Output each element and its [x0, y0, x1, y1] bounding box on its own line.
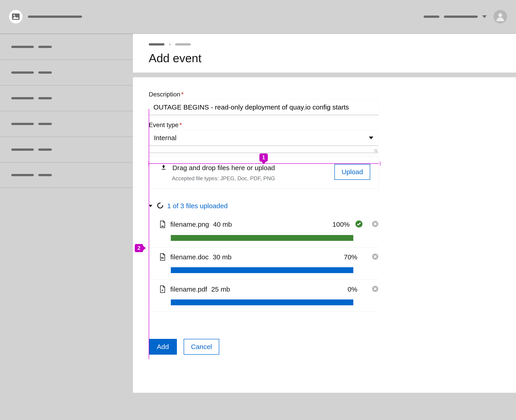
sidebar-item[interactable] — [0, 136, 133, 162]
description-input[interactable] — [149, 99, 379, 115]
annotation-tick — [380, 162, 380, 166]
event-type-select[interactable]: Internal — [149, 130, 379, 146]
file-size: 25 mb — [211, 285, 230, 293]
dropzone-subtext: Accepted file types: JPEG, Doc, PDF, PNG — [172, 175, 275, 182]
breadcrumb-item — [175, 43, 191, 45]
caret-down-icon — [482, 15, 487, 18]
progress-bar — [171, 300, 353, 305]
file-percent: 0% — [348, 285, 357, 293]
page-header: › Add event — [133, 34, 516, 73]
file-row: filename.png 40 mb 100% — [149, 214, 379, 248]
remove-file-button[interactable] — [372, 253, 379, 261]
svg-rect-0 — [12, 14, 20, 20]
breadcrumb: › — [149, 41, 500, 47]
topbar — [0, 0, 516, 34]
check-circle-icon — [355, 220, 363, 229]
progress-bar — [171, 267, 353, 273]
sidebar-item[interactable] — [0, 162, 133, 188]
file-pdf-icon: A — [159, 285, 166, 293]
svg-point-2 — [498, 13, 502, 17]
file-row: W filename.doc 30 mb 70% — [149, 248, 379, 280]
sidebar-item[interactable] — [0, 34, 133, 60]
user-avatar[interactable] — [494, 10, 507, 23]
sidebar-item[interactable] — [0, 60, 133, 85]
file-name: filename.pdf — [170, 285, 207, 293]
file-name: filename.png — [170, 221, 209, 228]
annotation-badge-2: 2 — [135, 244, 143, 252]
sidebar — [0, 34, 133, 420]
cancel-button[interactable]: Cancel — [184, 339, 219, 355]
annotation-line-2 — [149, 109, 149, 359]
page-title: Add event — [149, 51, 500, 65]
upload-status[interactable]: 1 of 3 files uploaded — [167, 202, 228, 210]
add-button[interactable]: Add — [149, 339, 177, 355]
description-label: Description* — [149, 91, 379, 98]
upload-button[interactable]: Upload — [334, 164, 370, 180]
sidebar-item[interactable] — [0, 111, 133, 136]
brand-placeholder — [28, 15, 82, 18]
event-type-label: Event type* — [149, 121, 379, 129]
sidebar-item[interactable] — [0, 85, 133, 111]
file-size: 30 mb — [213, 253, 232, 261]
chevron-down-icon[interactable] — [149, 205, 152, 207]
file-size: 40 mb — [213, 221, 232, 228]
remove-file-button[interactable] — [372, 285, 379, 293]
file-word-icon: W — [159, 253, 166, 261]
spinner-icon — [157, 202, 164, 210]
svg-point-1 — [14, 15, 15, 16]
breadcrumb-item[interactable] — [149, 43, 165, 45]
annotation-tick — [149, 162, 149, 166]
context-selector[interactable] — [424, 15, 487, 18]
remove-file-button[interactable] — [372, 221, 379, 228]
file-percent: 70% — [344, 253, 357, 261]
file-image-icon — [159, 221, 166, 228]
file-row: A filename.pdf 25 mb 0% — [149, 280, 379, 312]
file-percent: 100% — [332, 221, 350, 228]
svg-text:W: W — [161, 256, 164, 260]
annotation-badge-1: 1 — [259, 153, 268, 162]
caret-down-icon — [369, 136, 373, 139]
svg-text:A: A — [162, 289, 163, 292]
progress-bar — [171, 235, 353, 241]
file-name: filename.doc — [170, 253, 209, 261]
dropzone-text: Drag and drop files here or upload — [172, 164, 275, 172]
main: › Add event 2 Description* Event type* — [133, 34, 516, 420]
event-type-value: Internal — [154, 134, 176, 142]
logo-icon — [9, 10, 22, 23]
textarea-resize-handle[interactable] — [149, 147, 379, 153]
chevron-right-icon: › — [169, 41, 171, 47]
upload-icon — [160, 164, 167, 172]
